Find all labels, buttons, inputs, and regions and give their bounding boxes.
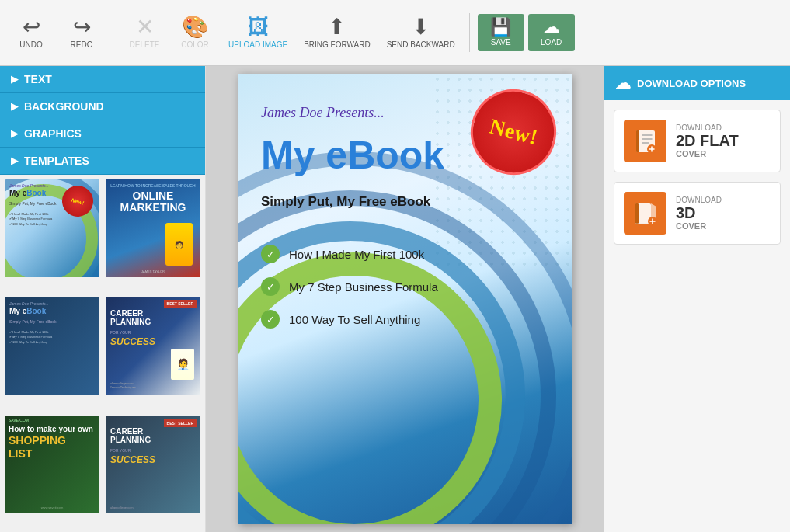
download-header: ☁ DOWNLOAD OPTIONS <box>604 66 790 100</box>
title-text[interactable]: My eBook <box>261 136 444 175</box>
bring-forward-button[interactable]: ⬆ Bring Forward <box>298 12 377 54</box>
template-thumb-5[interactable]: SAVE.COM How to make your ownSHOPPINGLIS… <box>3 414 101 515</box>
sidebar-item-background[interactable]: ▶ BACKGROUND <box>0 93 205 120</box>
delete-label: Delete <box>130 40 160 49</box>
check-icon-1: ✓ <box>261 245 280 263</box>
redo-label: REDO <box>71 40 93 49</box>
send-backward-icon: ⬇ <box>412 16 430 38</box>
bullet-text-3: 100 Way To Sell Anything <box>289 313 420 326</box>
subtitle-text[interactable]: Simply Put, My Free eBook <box>261 194 430 210</box>
right-panel: ☁ DOWNLOAD OPTIONS DOWNLOAD <box>604 66 790 532</box>
save-label: SAVE <box>491 38 511 47</box>
separator-1 <box>113 13 113 52</box>
text-menu-label: TEXT <box>24 73 52 85</box>
delete-button[interactable]: ✕ Delete <box>121 12 168 54</box>
download-2d-type: 2D FLAT <box>676 132 739 149</box>
undo-button[interactable]: ↩ UNDO <box>8 12 54 54</box>
bullet-item-2[interactable]: ✓ My 7 Step Business Formula <box>261 277 438 296</box>
upload-icon: 🖼 <box>247 16 269 38</box>
template-thumb-6[interactable]: BEST SELLER CAREERPLANNING FOR YOUR SUCC… <box>104 414 202 515</box>
sidebar: ▶ TEXT ▶ BACKGROUND ▶ GRAPHICS ▶ TEMPLAT… <box>0 66 206 532</box>
canvas-area: New! James Doe Presents... My eBook Simp… <box>206 66 604 532</box>
bullet-item-1[interactable]: ✓ How I Made My First 100k <box>261 245 438 263</box>
download-2d-subtype: COVER <box>676 149 739 158</box>
ribbon-text: New! <box>487 115 539 148</box>
save-icon: 💾 <box>490 19 511 36</box>
download-2d-card[interactable]: DOWNLOAD 2D FLAT COVER <box>614 110 781 172</box>
color-button[interactable]: 🎨 Color <box>172 12 218 54</box>
templates-arrow-icon: ▶ <box>11 155 18 166</box>
download-3d-text: DOWNLOAD 3D COVER <box>676 196 722 231</box>
bring-forward-label: Bring Forward <box>304 40 371 49</box>
bg-arrow-icon: ▶ <box>11 101 18 112</box>
sidebar-item-templates[interactable]: ▶ TEMPLATES <box>0 148 205 175</box>
title-part2: Book <box>347 134 444 177</box>
download-header-icon: ☁ <box>615 74 631 92</box>
template-thumb-3[interactable]: James Doe Presents... My eBook Simply Pu… <box>3 296 101 397</box>
toolbar: ↩ UNDO ↪ REDO ✕ Delete 🎨 Color 🖼 Upload … <box>0 0 790 66</box>
download-3d-icon <box>624 192 666 235</box>
graphics-menu-label: GRAPHICS <box>24 127 82 140</box>
graphics-arrow-icon: ▶ <box>11 128 18 139</box>
title-part1: My e <box>261 134 347 177</box>
upload-image-button[interactable]: 🖼 Upload Image <box>222 12 294 54</box>
bullet-item-3[interactable]: ✓ 100 Way To Sell Anything <box>261 310 438 329</box>
svg-rect-1 <box>636 130 639 152</box>
template-thumb-1[interactable]: New! James Doe Presents... My eBook Simp… <box>3 178 101 279</box>
bullet-list: ✓ How I Made My First 100k ✓ My 7 Step B… <box>261 245 438 329</box>
send-backward-label: Send Backward <box>387 40 455 49</box>
download-3d-subtype: COVER <box>676 221 722 231</box>
download-2d-icon <box>624 120 666 162</box>
sidebar-item-graphics[interactable]: ▶ GRAPHICS <box>0 120 205 148</box>
bring-forward-icon: ⬆ <box>328 16 346 38</box>
3d-book-svg <box>630 198 661 229</box>
bullet-text-1: How I Made My First 100k <box>289 248 424 261</box>
send-backward-button[interactable]: ⬇ Send Backward <box>381 12 461 54</box>
download-header-label: DOWNLOAD OPTIONS <box>637 78 746 89</box>
template-thumb-2[interactable]: LEARN HOW TO INCREASE SALES THROUGH ONLI… <box>104 178 202 279</box>
color-icon: 🎨 <box>182 16 209 38</box>
download-2d-text: DOWNLOAD 2D FLAT COVER <box>676 123 739 158</box>
color-label: Color <box>181 40 209 49</box>
text-arrow-icon: ▶ <box>11 74 18 85</box>
download-2d-action: DOWNLOAD <box>676 123 739 132</box>
bullet-text-2: My 7 Step Business Formula <box>289 280 438 294</box>
flat-book-svg <box>630 126 661 157</box>
load-button[interactable]: ☁ LOAD <box>528 14 575 51</box>
template-thumb-4[interactable]: BEST SELLER CAREERPLANNING FOR YOUR SUCC… <box>104 296 202 397</box>
bg-menu-label: BACKGROUND <box>24 100 104 113</box>
redo-icon: ↪ <box>73 16 91 38</box>
templates-menu-label: TEMPLATES <box>24 155 89 167</box>
new-ribbon: New! <box>471 89 564 183</box>
undo-label: UNDO <box>19 40 42 49</box>
check-icon-2: ✓ <box>261 277 280 296</box>
upload-label: Upload Image <box>228 40 287 49</box>
undo-icon: ↩ <box>23 16 40 38</box>
svg-rect-4 <box>635 203 639 224</box>
template-grid: New! James Doe Presents... My eBook Simp… <box>0 175 205 532</box>
design-canvas[interactable]: New! James Doe Presents... My eBook Simp… <box>238 74 572 524</box>
load-icon: ☁ <box>543 19 560 36</box>
presenter-text[interactable]: James Doe Presents... <box>261 105 385 121</box>
check-icon-3: ✓ <box>261 310 280 329</box>
separator-2 <box>469 13 470 52</box>
sidebar-item-text[interactable]: ▶ TEXT <box>0 66 205 93</box>
redo-button[interactable]: ↪ REDO <box>58 12 105 54</box>
download-options: DOWNLOAD 2D FLAT COVER <box>604 100 790 254</box>
download-3d-type: 3D <box>676 204 722 221</box>
download-3d-card[interactable]: DOWNLOAD 3D COVER <box>614 182 781 245</box>
main-layout: ▶ TEXT ▶ BACKGROUND ▶ GRAPHICS ▶ TEMPLAT… <box>0 66 790 532</box>
delete-icon: ✕ <box>136 16 154 38</box>
download-3d-action: DOWNLOAD <box>676 196 722 204</box>
load-label: LOAD <box>541 38 562 47</box>
save-button[interactable]: 💾 SAVE <box>478 14 524 51</box>
